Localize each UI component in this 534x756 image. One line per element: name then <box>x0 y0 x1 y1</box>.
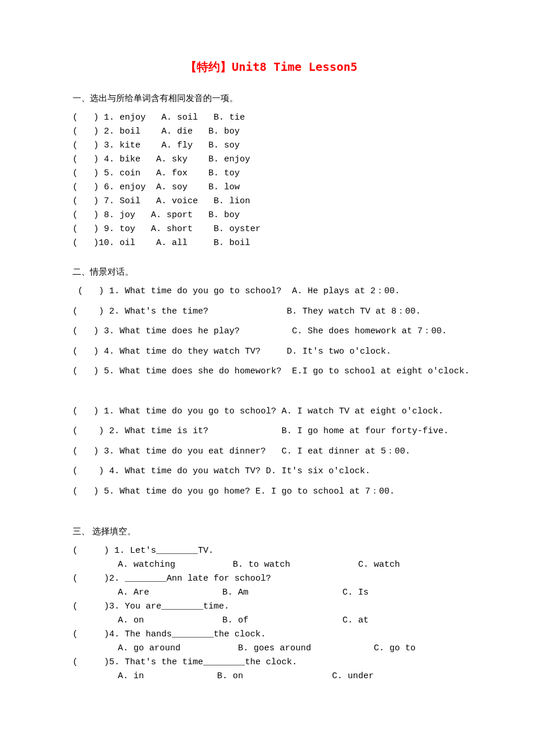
section2-heading: 二、情景对话。 <box>73 265 470 279</box>
s1-row-5: ( ) 5. coin A. fox B. toy <box>73 167 470 181</box>
s2b-row-1: ( ) 1. What time do you go to school? A.… <box>73 405 470 419</box>
s1-row-4: ( ) 4. bike A. sky B. enjoy <box>73 153 470 167</box>
s1-row-8: ( ) 8. joy A. sport B. boy <box>73 208 470 222</box>
s3-item1-stem: ( ) 1. Let's________TV. <box>73 544 470 558</box>
s1-row-7: ( ) 7. Soil A. voice B. lion <box>73 195 470 208</box>
s2b-row-2: ( ) 2. What time is it? B. I go home at … <box>73 425 470 438</box>
s3-item3-opts: A. on B. of C. at <box>73 614 470 628</box>
s2a-row-5: ( ) 5. What time does she do homework? E… <box>73 365 470 379</box>
s3-item2-stem: ( )2. ________Ann late for school? <box>73 572 470 586</box>
s1-row-1: ( ) 1. enjoy A. soil B. tie <box>73 111 470 125</box>
s3-item1-opts: A. watching B. to watch C. watch <box>73 558 470 572</box>
section1-heading: 一、选出与所给单词含有相同发音的一项。 <box>73 92 470 105</box>
s2b-row-3: ( ) 3. What time do you eat dinner? C. I… <box>73 445 470 459</box>
s1-row-10: ( )10. oil A. all B. boil <box>73 236 470 250</box>
s3-item4-stem: ( )4. The hands________the clock. <box>73 628 470 642</box>
page-title: 【特约】Unit8 Time Lesson5 <box>73 58 470 75</box>
s2a-row-1: ( ) 1. What time do you go to school? A.… <box>73 285 470 298</box>
s3-item2-opts: A. Are B. Am C. Is <box>73 586 470 600</box>
s3-item5-opts: A. in B. on C. under <box>73 669 470 683</box>
s3-item4-opts: A. go around B. goes around C. go to <box>73 642 470 656</box>
s3-item5-stem: ( )5. That's the time________the clock. <box>73 656 470 669</box>
s1-row-9: ( ) 9. toy A. short B. oyster <box>73 222 470 236</box>
s2a-row-3: ( ) 3. What time does he play? C. She do… <box>73 325 470 339</box>
s2a-row-4: ( ) 4. What time do they watch TV? D. It… <box>73 345 470 359</box>
s3-item3-stem: ( )3. You are________time. <box>73 600 470 614</box>
s1-row-6: ( ) 6. enjoy A. soy B. low <box>73 181 470 195</box>
s2a-row-2: ( ) 2. What's the time? B. They watch TV… <box>73 305 470 319</box>
section3-heading: 三、 选择填空。 <box>73 525 470 538</box>
s1-row-3: ( ) 3. kite A. fly B. soy <box>73 139 470 153</box>
s1-row-2: ( ) 2. boil A. die B. boy <box>73 125 470 139</box>
s2b-row-5: ( ) 5. What time do you go home? E. I go… <box>73 485 470 499</box>
s2b-row-4: ( ) 4. What time do you watch TV? D. It'… <box>73 465 470 478</box>
